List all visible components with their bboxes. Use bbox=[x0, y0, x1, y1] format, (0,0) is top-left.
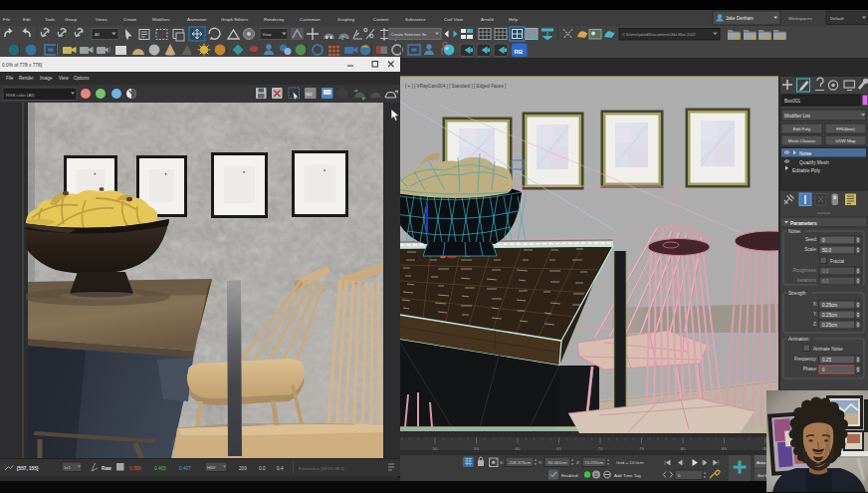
svg-text:View: View bbox=[59, 76, 69, 81]
svg-text:Jake Denham: Jake Denham bbox=[726, 16, 754, 21]
svg-text:80: 80 bbox=[681, 446, 686, 451]
svg-text:74.255cm: 74.255cm bbox=[584, 460, 604, 465]
svg-text:All: All bbox=[95, 32, 100, 37]
svg-text:70: 70 bbox=[598, 446, 603, 451]
svg-text:Strength:: Strength: bbox=[788, 291, 807, 296]
svg-text:75: 75 bbox=[639, 446, 644, 451]
svg-text:Y:: Y: bbox=[539, 460, 542, 465]
svg-text:File: File bbox=[6, 76, 14, 81]
svg-text:0.0: 0.0 bbox=[822, 269, 829, 274]
svg-text:0.25cm: 0.25cm bbox=[822, 303, 837, 308]
svg-text:Animation: Animation bbox=[187, 17, 207, 22]
svg-text:0.407: 0.407 bbox=[179, 466, 191, 471]
svg-text:Group: Group bbox=[65, 17, 78, 22]
svg-text:X:: X: bbox=[500, 460, 504, 465]
svg-text:Substance: Substance bbox=[405, 17, 426, 22]
svg-text:HSV: HSV bbox=[207, 465, 216, 470]
svg-text:Create: Create bbox=[123, 17, 137, 22]
svg-text:RB: RB bbox=[515, 49, 524, 55]
svg-text:0.25cm: 0.25cm bbox=[822, 313, 837, 318]
svg-text:562: 562 bbox=[306, 92, 314, 97]
svg-text:Raw: Raw bbox=[102, 466, 111, 471]
svg-text:Graph Editors: Graph Editors bbox=[221, 17, 249, 22]
svg-text:Enabled:: Enabled: bbox=[561, 473, 578, 478]
svg-text:0.4: 0.4 bbox=[277, 466, 284, 471]
svg-text:50: 50 bbox=[433, 446, 438, 451]
svg-text:Z:: Z: bbox=[576, 460, 580, 465]
svg-text:Scripting: Scripting bbox=[337, 17, 355, 22]
svg-text:0.399: 0.399 bbox=[129, 466, 141, 471]
svg-text:0.0% of 778 x 778]: 0.0% of 778 x 778] bbox=[2, 63, 42, 68]
svg-text:Roughness:: Roughness: bbox=[792, 268, 817, 273]
svg-text:Frequency:: Frequency: bbox=[794, 357, 817, 362]
svg-text:RGB color (All): RGB color (All) bbox=[6, 93, 35, 98]
svg-text:Box001: Box001 bbox=[784, 99, 801, 104]
svg-text:UVW Map: UVW Map bbox=[835, 138, 856, 143]
svg-text:Views: Views bbox=[96, 17, 108, 22]
svg-text:0.0: 0.0 bbox=[259, 466, 266, 471]
svg-text:X:: X: bbox=[813, 302, 817, 307]
svg-text:Workspaces:: Workspaces: bbox=[788, 16, 813, 21]
svg-text:65: 65 bbox=[556, 446, 561, 451]
svg-text:6.0: 6.0 bbox=[822, 279, 829, 284]
svg-text:Modifier List: Modifier List bbox=[784, 114, 811, 119]
svg-text:Civil View: Civil View bbox=[444, 17, 464, 22]
svg-text:0.25cm: 0.25cm bbox=[822, 323, 837, 328]
svg-text:View: View bbox=[263, 32, 273, 37]
svg-text:Editable Poly: Editable Poly bbox=[792, 168, 821, 173]
svg-text:C:\Users\jaked\Documents\3ds M: C:\Users\jaked\Documents\3ds Max 2022 bbox=[622, 32, 697, 37]
svg-text:Modifiers: Modifiers bbox=[152, 17, 171, 22]
svg-text:Image: Image bbox=[40, 76, 53, 81]
svg-text:Iterations:: Iterations: bbox=[797, 278, 817, 283]
svg-text:Default: Default bbox=[830, 16, 844, 21]
svg-text:Help: Help bbox=[509, 17, 519, 22]
svg-text:Customize: Customize bbox=[300, 17, 321, 22]
svg-text:Animation:: Animation: bbox=[788, 337, 810, 342]
svg-text:Finished in [00:01:08.2]: Finished in [00:01:08.2] bbox=[299, 466, 344, 471]
svg-text:Options: Options bbox=[74, 76, 90, 81]
svg-text:Seed:: Seed: bbox=[805, 237, 817, 242]
svg-text:Noise: Noise bbox=[799, 151, 812, 156]
svg-text:[ + ] [ VRayCam004 ] [ Standar: [ + ] [ VRayCam004 ] [ Standard ] [ Edge… bbox=[405, 84, 506, 89]
svg-text:0.403: 0.403 bbox=[154, 466, 166, 471]
svg-text:-228.375cm: -228.375cm bbox=[508, 460, 532, 465]
svg-text:FFD(box): FFD(box) bbox=[836, 126, 855, 131]
svg-text:Grid = 10.0cm: Grid = 10.0cm bbox=[616, 460, 644, 465]
svg-text:Scale:: Scale: bbox=[804, 247, 817, 252]
svg-text:60: 60 bbox=[516, 446, 521, 451]
svg-text:Arnold: Arnold bbox=[481, 17, 494, 22]
svg-text:Content: Content bbox=[373, 17, 389, 22]
svg-text:55: 55 bbox=[474, 446, 479, 451]
svg-text:Render: Render bbox=[19, 76, 34, 81]
svg-text:Y:: Y: bbox=[813, 312, 817, 317]
svg-text:Z:: Z: bbox=[813, 322, 817, 327]
svg-text:Edit Poly: Edit Poly bbox=[793, 126, 811, 131]
svg-text:Rendering: Rendering bbox=[264, 17, 285, 22]
svg-text:File: File bbox=[3, 17, 11, 22]
svg-text:Add Time Tag: Add Time Tag bbox=[614, 473, 641, 478]
svg-text:Mesh Cleaner: Mesh Cleaner bbox=[788, 138, 816, 143]
svg-text:0: 0 bbox=[822, 238, 825, 243]
svg-text:Quadify Mesh: Quadify Mesh bbox=[799, 160, 829, 165]
svg-text:209: 209 bbox=[239, 466, 247, 471]
svg-text:1x1: 1x1 bbox=[64, 465, 71, 470]
svg-text:Noise:: Noise: bbox=[788, 229, 801, 234]
svg-text:0: 0 bbox=[822, 368, 825, 372]
svg-text:Create Selection Se: Create Selection Se bbox=[391, 32, 427, 37]
svg-text:[557, 155]: [557, 155] bbox=[17, 466, 39, 471]
svg-text:Fractal: Fractal bbox=[830, 259, 844, 264]
svg-text:Parameters: Parameters bbox=[790, 221, 817, 226]
svg-text:-94.461cm: -94.461cm bbox=[546, 460, 567, 465]
svg-text:Tools: Tools bbox=[45, 17, 56, 22]
svg-text:50.0: 50.0 bbox=[822, 248, 831, 253]
svg-text:Animate Noise: Animate Noise bbox=[813, 347, 843, 352]
svg-text:Phase:: Phase: bbox=[803, 367, 817, 371]
svg-text:85: 85 bbox=[722, 446, 727, 451]
svg-text:Edit: Edit bbox=[23, 17, 31, 22]
svg-text:0.25: 0.25 bbox=[822, 358, 831, 363]
